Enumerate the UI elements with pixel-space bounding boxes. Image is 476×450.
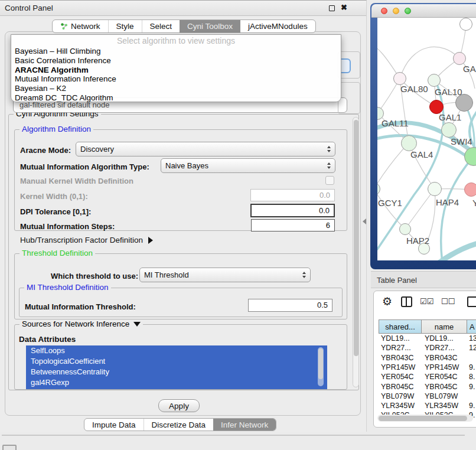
combo-stepper-icon xyxy=(327,162,331,169)
network-node[interactable] xyxy=(459,18,472,31)
mi-type-value: Naive Bayes xyxy=(165,161,208,170)
mi-steps-field[interactable]: 6 xyxy=(251,219,335,231)
float-window-icon[interactable] xyxy=(329,5,335,11)
cell-shared-name: YBL079W xyxy=(381,392,414,400)
network-node-gal10[interactable] xyxy=(428,74,441,87)
function-builder-icon[interactable] xyxy=(467,296,476,307)
list-item-gal4rgexp[interactable]: gal4RGexp xyxy=(26,377,327,388)
column-header-shared-name[interactable]: shared... xyxy=(379,319,422,334)
cell-shared-name: YPR145W xyxy=(381,363,415,371)
aracne-mode-value: Discovery xyxy=(80,145,114,154)
list-item-betweennesscentrality[interactable]: BetweennessCentrality xyxy=(26,367,327,377)
top-tabstrip: Network Style Select Cyni Toolbox jActiv… xyxy=(52,19,316,33)
control-panel-titlebar: Control Panel ✖ xyxy=(0,1,366,16)
network-node-hap4[interactable] xyxy=(428,182,442,196)
table-panel-title: Table Panel xyxy=(377,276,417,285)
close-traffic-light-icon[interactable] xyxy=(381,8,387,14)
tab-discretize-data-label: Discretize Data xyxy=(152,420,206,429)
cell-name: YBR045C xyxy=(425,383,458,391)
focused-combo-sliver[interactable] xyxy=(340,58,351,73)
network-window-titlebar[interactable] xyxy=(371,4,476,18)
select-all-checkboxes-icon[interactable]: ☑☑ xyxy=(420,297,433,306)
settings-scrollbar-thumb[interactable] xyxy=(354,120,358,356)
table-hscrollbar-thumb[interactable] xyxy=(379,416,467,421)
apply-button[interactable]: Apply xyxy=(158,399,200,412)
panel-splitter-handle[interactable] xyxy=(363,219,366,224)
expander-right-icon xyxy=(148,237,153,244)
list-item-topologicalcoefficient[interactable]: TopologicalCoefficient xyxy=(26,356,327,367)
column-header-name[interactable]: name xyxy=(422,319,467,334)
mi-type-label: Mutual Information Algorithm Type: xyxy=(20,162,149,171)
popup-item-dream8[interactable]: Dream8 DC_TDC Algorithm xyxy=(11,93,341,103)
deselect-all-checkboxes-icon[interactable]: ☐☐ xyxy=(441,297,455,306)
cell-value: 13 xyxy=(469,334,476,343)
list-scrollbar-thumb[interactable] xyxy=(318,348,323,379)
kernel-width-field[interactable]: 0.0 xyxy=(250,189,335,201)
node-label-gal10: GAL10 xyxy=(435,87,462,97)
popup-item-basic-correlation[interactable]: Basic Correlation Inference xyxy=(11,56,341,66)
node-label: GAL xyxy=(463,64,476,74)
network-canvas[interactable]: GAL GAL80 GAL10 GAL1 GAL11 SWI4 GAL4 GCY… xyxy=(377,18,476,260)
mi-threshold-field[interactable]: 0.5 xyxy=(248,299,332,312)
network-node-gal80[interactable] xyxy=(393,72,406,85)
tab-impute-data-label: Impute Data xyxy=(92,420,136,429)
columns-icon[interactable] xyxy=(401,296,412,307)
gear-icon[interactable]: ⚙ xyxy=(382,295,392,308)
list-item-selfloops[interactable]: SelfLoops xyxy=(26,345,327,356)
mi-steps-label: Mutual Information Steps: xyxy=(20,222,115,231)
hub-definition-label: Hub/Transcription Factor Definition xyxy=(20,236,143,244)
expander-down-icon xyxy=(133,322,141,327)
popup-item-aracne[interactable]: ARACNE Algorithm xyxy=(11,66,341,75)
which-threshold-combo[interactable]: MI Threshold xyxy=(139,268,311,282)
tab-select[interactable]: Select xyxy=(142,20,180,32)
cell-shared-name: YBR045C xyxy=(381,383,414,391)
network-node-gal1[interactable] xyxy=(441,122,457,138)
cell-shared-name: YDR27... xyxy=(381,344,411,352)
mi-threshold-legend: MI Threshold Definition xyxy=(24,283,111,292)
tab-jactivemnodules[interactable]: jActiveMNodules xyxy=(240,20,315,32)
data-attributes-list[interactable]: SelfLoops TopologicalCoefficient Between… xyxy=(26,345,327,389)
tab-impute-data[interactable]: Impute Data xyxy=(84,419,144,431)
cell-value: 12 xyxy=(469,344,476,352)
tab-network[interactable]: Network xyxy=(53,20,108,32)
network-node-gal4[interactable] xyxy=(401,135,417,151)
tab-infer-network[interactable]: Infer Network xyxy=(213,419,276,431)
settings-scrollbar[interactable] xyxy=(353,117,359,387)
tab-infer-network-label: Infer Network xyxy=(221,420,268,429)
minimized-panel-icon[interactable] xyxy=(2,445,17,450)
node-label-gal1: GAL1 xyxy=(439,112,461,122)
tab-cyni-toolbox[interactable]: Cyni Toolbox xyxy=(180,20,240,32)
mi-threshold-label: Mutual Information Threshold: xyxy=(25,302,136,311)
table-hscrollbar[interactable] xyxy=(377,415,473,422)
node-label-swi4: SWI4 xyxy=(451,136,472,146)
tab-style[interactable]: Style xyxy=(108,20,142,32)
node-label-gcy1: GCY1 xyxy=(378,198,402,208)
hub-definition-expander[interactable]: Hub/Transcription Factor Definition xyxy=(20,236,153,244)
minimize-traffic-light-icon[interactable] xyxy=(393,8,399,14)
popup-item-bayesian-k2[interactable]: Bayesian – K2 xyxy=(11,84,341,93)
manual-kernel-checkbox[interactable] xyxy=(325,176,334,185)
sources-legend[interactable]: Sources for Network Inference xyxy=(19,319,143,328)
aracne-mode-combo[interactable]: Discovery xyxy=(76,142,335,156)
which-threshold-label: Which threshold to use: xyxy=(51,272,138,281)
bottom-tabstrip: Impute Data Discretize Data Infer Networ… xyxy=(84,418,276,431)
list-scrollbar[interactable] xyxy=(318,347,324,386)
network-node[interactable] xyxy=(453,52,466,65)
popup-item-mutual-information[interactable]: Mutual Information Inference xyxy=(11,74,341,84)
close-panel-icon[interactable]: ✖ xyxy=(341,3,347,12)
tab-cyni-toolbox-label: Cyni Toolbox xyxy=(187,22,233,31)
mi-type-combo[interactable]: Naive Bayes xyxy=(161,158,335,173)
cell-name: YDR27... xyxy=(425,344,455,352)
zoom-traffic-light-icon[interactable] xyxy=(405,8,411,14)
popup-item-bayesian-hill-climbing[interactable]: Bayesian – Hill Climbing xyxy=(11,47,341,56)
node-label-gal80: GAL80 xyxy=(400,84,428,94)
tab-discretize-data[interactable]: Discretize Data xyxy=(144,419,214,431)
cell-name: YDL19... xyxy=(425,334,454,343)
kernel-width-label: Kernel Width (0,1): xyxy=(20,192,88,201)
application-root: Control Panel ✖ Network Style Select xyxy=(0,0,476,450)
dpi-tolerance-field[interactable]: 0.0 xyxy=(250,204,335,217)
network-icon xyxy=(60,22,68,30)
network-node-hap2[interactable] xyxy=(399,223,411,235)
column-header-partial[interactable]: A xyxy=(467,319,476,334)
network-node-salmon[interactable] xyxy=(464,182,476,197)
